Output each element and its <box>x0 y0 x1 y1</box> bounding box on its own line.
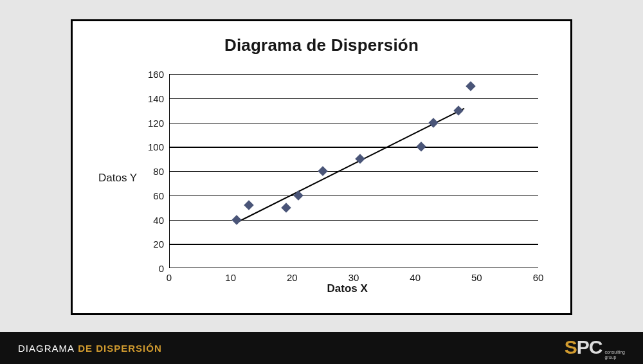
gridline <box>169 147 538 147</box>
footer-caption-b: DE DISPERSIÓN <box>78 343 162 354</box>
gridline <box>169 196 538 196</box>
footer-bar: DIAGRAMA DE DISPERSIÓN SPC consultinggro… <box>0 332 643 364</box>
x-axis-line <box>169 268 538 268</box>
data-point <box>231 215 242 225</box>
y-tick-label: 120 <box>148 117 164 128</box>
x-tick-label: 20 <box>287 272 298 283</box>
gridline <box>169 244 538 244</box>
data-point <box>416 141 426 152</box>
x-axis-label: Datos X <box>327 282 368 295</box>
logo-wordmark: SPC <box>565 336 602 358</box>
y-tick-label: 0 <box>159 263 164 274</box>
x-tick-label: 10 <box>225 272 236 283</box>
data-point <box>466 81 476 91</box>
x-tick-label: 50 <box>471 272 482 283</box>
x-tick-label: 30 <box>349 272 359 283</box>
data-point <box>281 203 291 213</box>
data-point <box>318 166 328 176</box>
footer-caption: DIAGRAMA DE DISPERSIÓN <box>18 343 162 354</box>
x-tick-label: 0 <box>167 272 172 283</box>
brand-logo: SPC consultinggroup <box>565 336 625 360</box>
y-tick-label: 140 <box>148 93 164 104</box>
chart-card: Diagrama de Dispersión Datos Y Datos X 0… <box>71 19 572 315</box>
y-axis-label: Datos Y <box>98 172 137 185</box>
chart-area: Datos Y Datos X 020406080100120140160010… <box>98 68 551 294</box>
y-tick-label: 40 <box>153 214 164 225</box>
gridline <box>169 74 538 75</box>
data-point <box>244 200 255 210</box>
y-tick-label: 160 <box>148 69 164 80</box>
chart-title: Diagrama de Dispersión <box>73 35 570 55</box>
y-tick-label: 60 <box>153 190 164 201</box>
x-tick-label: 60 <box>533 272 544 283</box>
y-tick-label: 80 <box>153 166 164 177</box>
x-tick-label: 40 <box>410 272 421 283</box>
y-tick-label: 100 <box>148 141 164 152</box>
gridline <box>169 220 538 221</box>
gridline <box>169 171 538 172</box>
y-tick-label: 20 <box>153 239 164 250</box>
gridline <box>169 98 538 99</box>
data-point <box>453 105 464 116</box>
plot-region: 0204060801001201401600102030405060 <box>169 74 538 268</box>
gridline <box>169 123 538 123</box>
logo-subtext: consultinggroup <box>604 350 625 360</box>
footer-caption-a: DIAGRAMA <box>18 343 75 354</box>
